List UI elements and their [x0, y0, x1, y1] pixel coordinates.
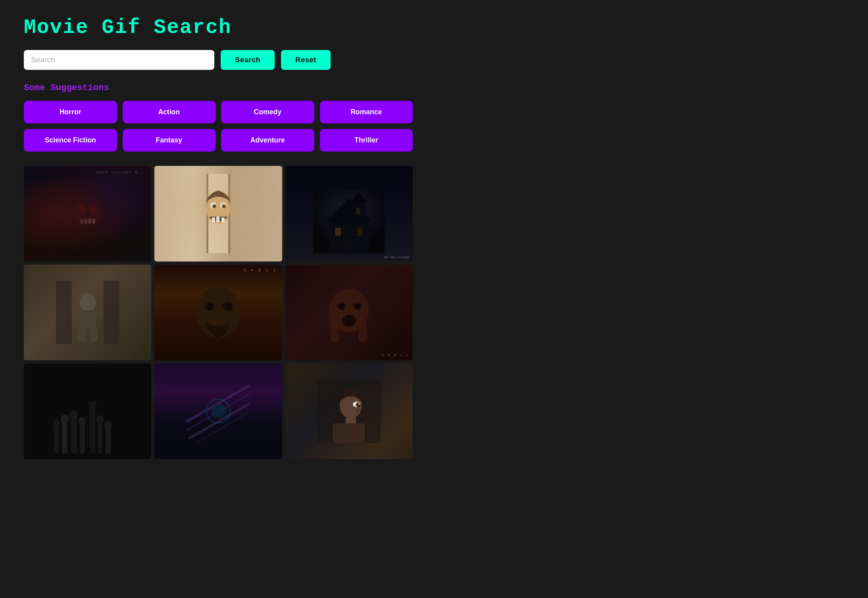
search-bar: Search Reset — [24, 50, 844, 70]
svg-point-61 — [79, 417, 86, 425]
svg-rect-49 — [359, 323, 367, 342]
genre-thriller[interactable]: Thriller — [320, 129, 413, 152]
svg-point-26 — [346, 242, 352, 249]
svg-point-40 — [207, 304, 214, 311]
svg-rect-25 — [356, 208, 360, 214]
svg-rect-52 — [337, 318, 339, 327]
suggestions-heading: Some Suggestions — [24, 83, 844, 93]
svg-rect-33 — [78, 327, 85, 341]
svg-point-10 — [206, 195, 230, 224]
gif-item[interactable] — [24, 363, 151, 459]
gif-item[interactable]: Make tonight a... — [24, 166, 151, 262]
search-input[interactable] — [24, 50, 214, 70]
svg-rect-7 — [206, 174, 230, 253]
svg-point-2 — [89, 204, 97, 213]
suggestions-section: Some Suggestions Horror Action Comedy Ro… — [24, 83, 844, 152]
svg-rect-50 — [330, 321, 333, 329]
svg-point-41 — [225, 304, 232, 311]
svg-point-0 — [73, 196, 103, 227]
svg-rect-13 — [221, 217, 225, 222]
genre-action[interactable]: Action — [123, 101, 216, 123]
svg-point-1 — [78, 204, 86, 213]
svg-rect-9 — [228, 174, 230, 253]
gif-watermark: RETRO-FIEND — [384, 256, 410, 259]
svg-point-59 — [69, 410, 78, 419]
svg-point-17 — [222, 204, 226, 208]
search-button[interactable]: Search — [221, 50, 275, 70]
gif-item[interactable]: S P E L L — [154, 265, 282, 360]
genre-adventure[interactable]: Adventure — [221, 129, 314, 152]
genre-science-fiction[interactable]: Science Fiction — [24, 129, 117, 152]
genre-romance[interactable]: Romance — [320, 101, 413, 123]
svg-rect-4 — [85, 218, 87, 224]
svg-rect-30 — [104, 281, 119, 344]
gif-item[interactable] — [154, 166, 282, 262]
svg-rect-82 — [333, 423, 365, 443]
svg-point-55 — [53, 419, 60, 427]
app-title: Movie Gif Search — [24, 16, 844, 39]
gif-item[interactable]: RETRO-FIEND — [285, 166, 413, 262]
svg-rect-3 — [81, 219, 83, 224]
svg-point-46 — [354, 304, 361, 310]
svg-rect-58 — [71, 417, 77, 453]
svg-point-16 — [212, 204, 216, 208]
svg-point-65 — [96, 415, 104, 423]
svg-point-15 — [220, 202, 226, 209]
genre-grid: Horror Action Comedy Romance Science Fic… — [24, 101, 413, 152]
svg-rect-53 — [48, 402, 127, 457]
svg-point-74 — [211, 404, 225, 418]
svg-rect-54 — [54, 425, 59, 453]
svg-point-57 — [61, 415, 69, 423]
svg-rect-60 — [80, 423, 85, 453]
svg-rect-23 — [335, 228, 341, 236]
results-grid: Make tonight a... — [24, 166, 413, 459]
svg-rect-29 — [56, 281, 72, 344]
svg-point-47 — [342, 315, 356, 327]
svg-rect-5 — [89, 218, 91, 224]
svg-rect-11 — [212, 217, 215, 222]
gif-spell-text-2: S P E L L — [382, 354, 410, 357]
svg-rect-51 — [333, 319, 336, 327]
svg-rect-8 — [206, 174, 208, 253]
gif-item[interactable] — [24, 265, 151, 360]
svg-point-31 — [80, 293, 96, 312]
svg-rect-6 — [92, 219, 95, 224]
svg-point-14 — [210, 202, 217, 209]
gif-item[interactable] — [154, 363, 282, 459]
gif-item[interactable] — [285, 363, 413, 459]
svg-rect-66 — [106, 427, 111, 453]
svg-point-67 — [104, 421, 112, 429]
svg-rect-62 — [90, 406, 95, 453]
svg-rect-12 — [216, 217, 219, 222]
gif-item[interactable]: S P E L L — [285, 265, 413, 360]
genre-fantasy[interactable]: Fantasy — [123, 129, 216, 152]
svg-rect-27 — [348, 249, 350, 254]
genre-comedy[interactable]: Comedy — [221, 101, 314, 123]
svg-rect-24 — [357, 228, 363, 236]
svg-point-79 — [356, 402, 361, 407]
svg-point-45 — [339, 304, 345, 310]
svg-rect-56 — [62, 421, 67, 453]
genre-horror[interactable]: Horror — [24, 101, 117, 123]
svg-point-80 — [358, 403, 360, 405]
gif-spell-text: S P E L L — [244, 269, 277, 273]
svg-rect-34 — [90, 327, 98, 341]
svg-rect-64 — [98, 421, 102, 453]
reset-button[interactable]: Reset — [281, 50, 331, 70]
gif-overlay-text: Make tonight a... — [97, 171, 147, 175]
